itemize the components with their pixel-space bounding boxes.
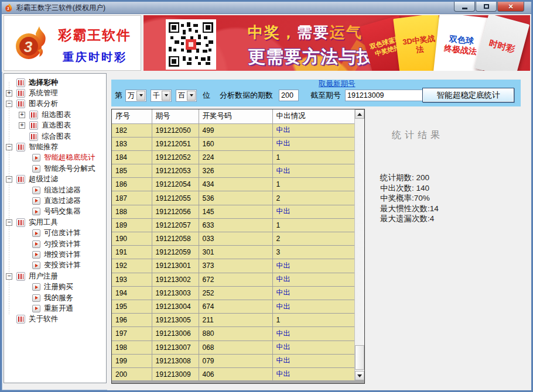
table-row[interactable]: 1841912120522241 — [112, 150, 354, 164]
control-bar: 取最新期号 第 万 千 百 位 分析数据 — [111, 80, 521, 106]
periods-input[interactable] — [279, 90, 299, 101]
tree-item[interactable]: −用户注册 — [4, 271, 106, 281]
period-cell: 191212052 — [152, 150, 199, 164]
tree-item[interactable]: 智能超稳底统计 — [4, 153, 106, 163]
table-bottom-edge — [112, 380, 364, 383]
triangle-up-icon — [357, 113, 362, 116]
tree-item[interactable]: 综合图表 — [4, 131, 106, 142]
table-row[interactable]: 200191213009406中出 — [112, 367, 354, 381]
table-row[interactable]: 1901912120580332 — [112, 232, 354, 246]
scrollbar-thumb[interactable] — [355, 345, 364, 370]
table-row[interactable]: 193191213002672中出 — [112, 273, 354, 286]
tree-item-label: 变投资计算 — [44, 260, 81, 270]
tree-item[interactable]: 增投资计算 — [4, 249, 106, 260]
table-row[interactable]: 1861912120544341 — [112, 178, 354, 191]
stat-line: 最大遗漏次数:4 — [380, 214, 439, 224]
table-row[interactable]: 195191213004674中出 — [112, 300, 354, 313]
expand-minus-icon[interactable]: − — [6, 273, 12, 280]
tree-item[interactable]: −图表分析 — [4, 99, 106, 109]
table-row[interactable]: 182191212050499中出 — [112, 123, 354, 137]
tree-item[interactable]: −实用工具 — [4, 217, 106, 228]
table-row[interactable]: 188191212056145中出 — [112, 205, 354, 218]
table-row[interactable]: 1961912130052111 — [112, 314, 354, 327]
number-cell: 079 — [199, 354, 272, 367]
tree-item[interactable]: 选择彩种 — [4, 77, 106, 88]
number-cell: 633 — [199, 218, 272, 232]
number-cell: 160 — [199, 137, 272, 150]
tree-item[interactable]: +系统管理 — [4, 88, 106, 98]
tree-item[interactable]: 号码交集器 — [4, 207, 106, 217]
seq-cell: 197 — [112, 327, 152, 341]
ad-banner[interactable]: 中奖，需要运气， 更需要方法与技巧 双色球蓝球中奖绝招 3D中奖战法 双色球时时… — [144, 15, 530, 71]
result-cell: 2 — [272, 232, 354, 246]
vertical-scrollbar[interactable] — [354, 109, 364, 380]
tree-item[interactable]: −超级过滤 — [4, 174, 106, 185]
tree-item[interactable]: −智能推荐 — [4, 142, 106, 152]
expand-plus-icon[interactable]: + — [6, 90, 12, 97]
table-row[interactable]: 1911912120593013 — [112, 246, 354, 259]
chevron-down-icon[interactable] — [187, 91, 196, 101]
table-row[interactable]: 185191212053326中出 — [112, 164, 354, 178]
chevron-down-icon[interactable] — [136, 91, 145, 101]
analyze-button[interactable]: 智能超稳定底统计 — [422, 88, 514, 102]
table-row[interactable]: 199191213008079中出 — [112, 354, 354, 367]
table-row[interactable]: 1871912120555362 — [112, 191, 354, 205]
expand-plus-icon[interactable]: + — [19, 122, 25, 129]
table-row[interactable]: 197191213006880中出 — [112, 327, 354, 341]
scroll-down-button[interactable] — [355, 371, 364, 380]
tree-item[interactable]: 可信度计算 — [4, 228, 106, 238]
tree-item[interactable]: 关于软件 — [4, 314, 106, 325]
expand-minus-icon[interactable]: − — [6, 176, 12, 183]
tree-item[interactable]: 组选过滤器 — [4, 185, 106, 195]
tree-item[interactable]: +组选图表 — [4, 109, 106, 120]
number-cell: 536 — [199, 191, 272, 205]
maximize-button[interactable] — [476, 2, 497, 12]
tree-item[interactable]: 重新开通 — [4, 303, 106, 314]
end-period-input[interactable] — [345, 90, 434, 101]
table-row[interactable]: 1891912120576331 — [112, 218, 354, 232]
digit-select-qian[interactable]: 千 — [151, 90, 172, 102]
brand-flame-logo: 3 — [11, 23, 53, 65]
grid-icon — [16, 218, 25, 227]
grid-icon — [29, 132, 38, 141]
result-cell: 中出 — [272, 123, 354, 137]
chevron-down-icon[interactable] — [162, 91, 170, 101]
digit-select-bai[interactable]: 百 — [176, 90, 197, 102]
number-cell: 211 — [199, 314, 272, 327]
tree-item[interactable]: 直选过滤器 — [4, 195, 106, 206]
tree-item[interactable]: +直选图表 — [4, 121, 106, 131]
result-cell: 1 — [272, 150, 354, 164]
digit-select-wan[interactable]: 万 — [125, 90, 146, 102]
seq-cell: 199 — [112, 354, 152, 367]
expand-minus-icon[interactable]: − — [6, 101, 12, 107]
tree-item[interactable]: 智能杀号分解式 — [4, 163, 106, 174]
grid-icon — [16, 99, 25, 108]
minimize-button[interactable] — [454, 2, 475, 12]
brand-panel: 3 彩霸王软件 重庆时时彩 — [4, 15, 141, 71]
seq-cell: 195 — [112, 300, 152, 313]
table-row[interactable]: 183191212051160中出 — [112, 137, 354, 150]
number-cell: 406 — [199, 367, 272, 381]
expand-minus-icon[interactable]: − — [6, 144, 12, 150]
number-cell: 033 — [199, 232, 272, 246]
close-button[interactable]: ✕ — [497, 2, 524, 12]
stats-lines: 统计期数: 200中出次数: 140中奖概率:70%最大惯性次数:14最大遗漏次… — [380, 173, 439, 224]
table-row[interactable]: 192191213001373中出 — [112, 259, 354, 273]
table-row[interactable]: 194191213003252中出 — [112, 286, 354, 300]
result-cell: 1 — [272, 178, 354, 191]
period-cell: 191213001 — [152, 259, 199, 273]
tree-item[interactable]: 匀投资计算 — [4, 239, 106, 249]
tree-item[interactable]: 注册购买 — [4, 281, 106, 292]
seq-cell: 188 — [112, 205, 152, 218]
tree-item[interactable]: 变投资计算 — [4, 260, 106, 271]
expand-minus-icon[interactable]: − — [6, 219, 12, 226]
results-table: 序号期号开奖号码中出情况 182191212050499中出1831912120… — [112, 109, 355, 381]
tree-item[interactable]: 我的服务 — [4, 293, 106, 303]
tree-item-label: 实用工具 — [29, 218, 58, 228]
result-cell: 中出 — [272, 327, 354, 341]
tree-item-label: 选择彩种 — [29, 78, 58, 88]
scroll-up-button[interactable] — [355, 109, 364, 119]
expand-plus-icon[interactable]: + — [19, 112, 25, 118]
seq-cell: 182 — [112, 123, 152, 137]
table-row[interactable]: 198191213007068中出 — [112, 341, 354, 354]
